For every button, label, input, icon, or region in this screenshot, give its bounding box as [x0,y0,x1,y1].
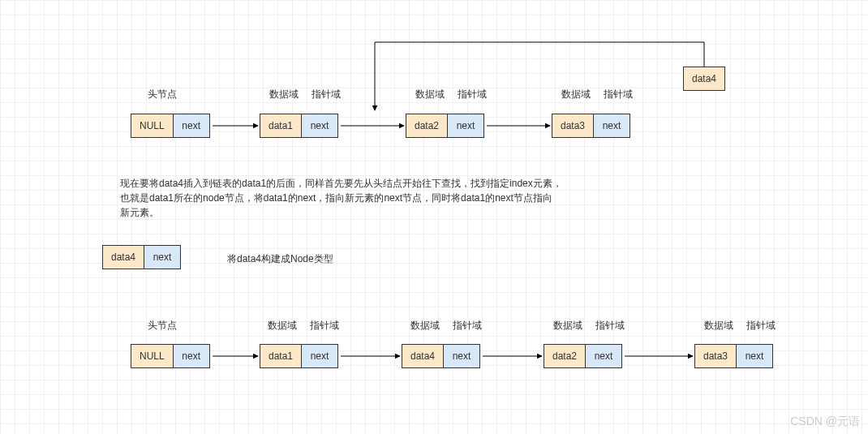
label-ptrfield-b4: 指针域 [746,319,776,333]
node-data1-bottom: data1 next [260,344,338,368]
cell-data1: data1 [260,114,302,137]
cell-data1: data1 [260,345,302,367]
cell-data3: data3 [695,345,737,367]
cell-next: next [302,345,337,367]
cell-next: next [448,114,483,137]
node-data3-top: data3 next [552,114,630,138]
cell-next: next [594,114,630,137]
cell-next: next [586,345,621,367]
label-datafield-b3: 数据域 [553,319,582,333]
para-line2: 也就是data1所在的node节点，将data1的next，指向新元素的next… [120,191,552,205]
label-datafield-b1: 数据域 [268,319,297,333]
cell-null: NULL [131,114,174,137]
label-build-note: 将data4构建成Node类型 [227,252,333,266]
label-ptrfield-b1: 指针域 [310,319,339,333]
label-datafield-b4: 数据域 [704,319,733,333]
node-data2-bottom: data2 next [544,344,622,368]
cell-next: next [302,114,337,137]
label-ptrfield-b3: 指针域 [595,319,625,333]
label-head-bottom: 头节点 [148,319,177,333]
para-line3: 新元素。 [120,206,159,220]
node-data4-bottom: data4 next [402,344,480,368]
cell-next: next [144,246,180,269]
cell-data2: data2 [406,114,448,137]
para-line1: 现在要将data4插入到链表的data1的后面，同样首先要先从头结点开始往下查找… [120,177,562,191]
cell-next: next [174,345,209,367]
label-ptrfield-top-2: 指针域 [458,88,487,101]
label-datafield-b2: 数据域 [410,319,440,333]
node-head-bottom: NULL next [131,344,210,368]
cell-data4: data4 [402,345,444,367]
node-data2-top: data2 next [406,114,484,138]
cell-next: next [174,114,209,137]
label-ptrfield-top-3: 指针域 [604,88,633,101]
label-ptrfield-b2: 指针域 [453,319,482,333]
node-data3-bottom: data3 next [694,344,773,368]
label-datafield-top-3: 数据域 [561,88,591,101]
label-datafield-top-1: 数据域 [269,88,299,101]
cell-data4: data4 [684,67,724,90]
cell-data4: data4 [103,246,144,269]
label-ptrfield-top-1: 指针域 [312,88,341,101]
label-datafield-top-2: 数据域 [415,88,445,101]
cell-next: next [444,345,479,367]
node-data4-built: data4 next [102,245,181,269]
label-head-top: 头节点 [148,88,177,101]
node-data1-top: data1 next [260,114,338,138]
node-data4-float: data4 [683,67,725,91]
cell-next: next [737,345,772,367]
node-head-top: NULL next [131,114,210,138]
watermark: CSDN @元语 [790,415,860,429]
cell-null: NULL [131,345,174,367]
cell-data3: data3 [552,114,594,137]
cell-data2: data2 [544,345,586,367]
